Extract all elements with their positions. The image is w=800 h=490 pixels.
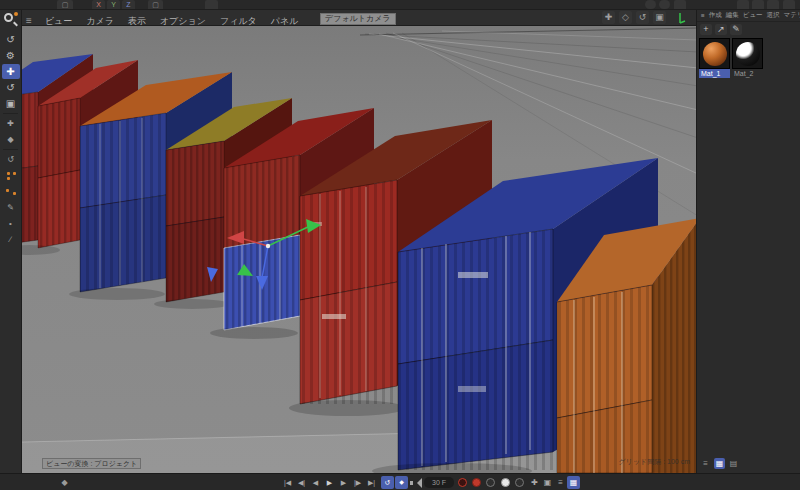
settings-gear-icon[interactable]: ⚙ <box>2 48 20 63</box>
list-view-icon[interactable]: ≡ <box>700 458 711 469</box>
transform-tooltip: ビューの変換 : プロジェクト <box>42 458 141 469</box>
move-tool-icon[interactable]: ✚ <box>2 64 20 79</box>
mat-menu-material[interactable]: マテリアル <box>782 11 800 20</box>
material-name: Mat_2 <box>732 69 763 78</box>
camera-tag: デフォルトカメラ <box>320 13 396 25</box>
snap-tool-icon[interactable]: ◆ <box>2 132 20 147</box>
toolbar-icon[interactable] <box>205 0 218 9</box>
material-name: Mat_1 <box>699 69 730 78</box>
workplane-icon[interactable]: ▢ <box>57 0 73 9</box>
pan-icon[interactable]: ✚ <box>602 11 615 24</box>
key-interpolation-toggle[interactable]: ◆ <box>395 476 408 489</box>
layout-icon[interactable] <box>767 0 779 9</box>
scale-tool-icon[interactable]: ▣ <box>2 96 20 111</box>
left-tool-palette: ↺ ⚙ ✚ ↺ ▣ ✚ ◆ ↺ ✎ • ∕ <box>0 10 22 473</box>
rotate-tool-icon[interactable]: ↺ <box>2 80 20 95</box>
detail-view-icon[interactable]: ▤ <box>728 458 739 469</box>
points-mode-icon[interactable] <box>2 168 20 183</box>
material-menubar: ≡ 作成 編集 ビュー 選択 マテリアル テクスチャ <box>697 10 800 22</box>
go-to-end-button[interactable]: ▶| <box>365 476 378 489</box>
record-keyframe-button[interactable] <box>458 478 467 487</box>
mat-menu-select[interactable]: 選択 <box>765 11 782 20</box>
record-parameter-button[interactable] <box>515 478 524 487</box>
sound-toggle-icon[interactable] <box>410 478 422 488</box>
selection-tool-icon[interactable]: ✚ <box>2 116 20 131</box>
viewport-menubar: ≡ビューカメラ表示オプションフィルタパネル デフォルトカメラ ✚ ◇ ↺ ▣ <box>22 10 696 26</box>
menu-icon[interactable]: ≡ <box>699 12 707 19</box>
autokey-toggle[interactable] <box>472 478 481 487</box>
undo-tool-icon[interactable]: ↺ <box>2 32 20 47</box>
next-key-button[interactable]: |▶ <box>351 476 364 489</box>
point-tool-icon[interactable]: • <box>2 216 20 231</box>
edges-mode-icon[interactable] <box>2 184 20 199</box>
snapshot-grid-icon[interactable]: ▦ <box>567 476 580 489</box>
play-button[interactable]: ▶ <box>323 476 336 489</box>
material-item[interactable]: Mat_2 <box>732 38 763 78</box>
axis-x-lock-icon[interactable]: X <box>92 0 105 9</box>
add-material-icon[interactable]: + <box>700 24 712 35</box>
search-icon[interactable] <box>0 10 22 30</box>
mat-menu-view[interactable]: ビュー <box>741 11 765 20</box>
edit-material-icon[interactable]: ✎ <box>730 24 742 35</box>
material-item[interactable]: Mat_1 <box>699 38 730 78</box>
pen-tool-icon[interactable]: ✎ <box>2 200 20 215</box>
previous-frame-button[interactable]: ◀ <box>309 476 322 489</box>
axis-indicator-icon <box>672 10 688 26</box>
material-preview <box>699 38 730 69</box>
layout-icon[interactable] <box>752 0 764 9</box>
layout-icon[interactable] <box>783 0 795 9</box>
framerate-field[interactable]: 30 F <box>424 477 454 488</box>
zoom-icon[interactable]: ◇ <box>619 11 632 24</box>
viewport-3d[interactable]: ビューの変換 : プロジェクト グリッド間隔 : 100 cm <box>22 26 696 473</box>
record-active-objects-button[interactable] <box>501 478 510 487</box>
grid-view-icon[interactable]: ▦ <box>714 458 725 469</box>
coord-system-icon[interactable]: ▢ <box>148 0 163 9</box>
loop-playback-toggle[interactable]: ↺ <box>381 476 394 489</box>
viewport-canvas[interactable] <box>22 26 696 473</box>
options-list-icon[interactable]: ≡ <box>554 476 567 489</box>
toolbar-icon[interactable] <box>674 0 686 9</box>
mat-menu-create[interactable]: 作成 <box>707 11 724 20</box>
axis-y-lock-icon[interactable]: Y <box>107 0 120 9</box>
previous-key-button[interactable]: ◀| <box>295 476 308 489</box>
keyframe-selection-button[interactable] <box>486 478 495 487</box>
model-mode-icon[interactable]: ↺ <box>2 152 20 167</box>
pick-material-icon[interactable]: ↗ <box>715 24 727 35</box>
orbit-icon[interactable]: ↺ <box>636 11 649 24</box>
animation-toolbar: ◆ |◀ ◀| ◀ ▶ ▶ |▶ ▶| ↺ ◆ 30 F ✚ ▣ ≡ ▦ <box>0 473 800 490</box>
axis-z-lock-icon[interactable]: Z <box>122 0 135 9</box>
render-settings-icon[interactable] <box>659 0 670 9</box>
next-frame-button[interactable]: ▶ <box>337 476 350 489</box>
go-to-start-button[interactable]: |◀ <box>281 476 294 489</box>
material-manager: ≡ 作成 編集 ビュー 選択 マテリアル テクスチャ + ↗ ✎ Mat_1 M… <box>696 10 800 473</box>
grid-spacing-label: グリッド間隔 : 100 cm <box>619 457 690 467</box>
material-preview <box>732 38 763 69</box>
mat-menu-edit[interactable]: 編集 <box>724 11 741 20</box>
edge-tool-icon[interactable]: ∕ <box>2 232 20 247</box>
render-icon[interactable] <box>645 0 656 9</box>
layout-icon[interactable] <box>737 0 749 9</box>
marker-diamond-icon[interactable]: ◆ <box>58 476 71 489</box>
record-position-icon[interactable]: ✚ <box>528 476 541 489</box>
top-toolbar-strip: ▢ X Y Z ▢ <box>0 0 800 10</box>
record-scale-icon[interactable]: ▣ <box>541 476 554 489</box>
maximize-view-icon[interactable]: ▣ <box>653 11 666 24</box>
